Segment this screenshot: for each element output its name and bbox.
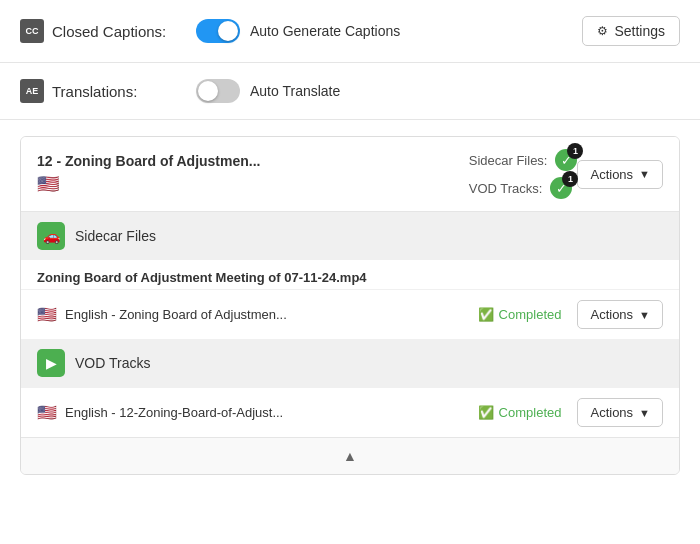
vod-file-name: English - 12-Zoning-Board-of-Adjust... — [65, 405, 283, 420]
sidecar-file-row: 🇺🇸 English - Zoning Board of Adjustmen..… — [21, 289, 679, 339]
vod-play-icon: ▶ — [46, 355, 57, 371]
card-title-block: 12 - Zoning Board of Adjustmen... 🇺🇸 — [37, 153, 449, 195]
auto-translate-label: Auto Translate — [250, 83, 340, 99]
sidecar-car-icon: 🚗 — [43, 228, 60, 244]
sidecar-check-badge: ✓ 1 — [555, 149, 577, 171]
settings-button[interactable]: ⚙ Settings — [582, 16, 680, 46]
translations-section: AE Translations: Auto Translate — [0, 63, 700, 120]
closed-captions-section: CC Closed Captions: Auto Generate Captio… — [0, 0, 700, 63]
vod-check-badge: ✓ 1 — [550, 177, 572, 199]
vod-actions-chevron-icon: ▼ — [639, 407, 650, 419]
toggle-knob — [218, 21, 238, 41]
collapse-bar[interactable]: ▲ — [21, 437, 679, 474]
sidecar-files-label: Sidecar Files: — [469, 153, 548, 168]
actions-chevron-icon: ▼ — [639, 168, 650, 180]
translations-label: Translations: — [52, 83, 172, 100]
vod-file-info: 🇺🇸 English - 12-Zoning-Board-of-Adjust..… — [37, 403, 458, 422]
sidecar-section-divider: 🚗 Sidecar Files — [21, 212, 679, 260]
vod-section-label: VOD Tracks — [75, 355, 150, 371]
auto-generate-toggle-wrapper: Auto Generate Captions — [196, 19, 400, 43]
sidecar-section-icon: 🚗 — [37, 222, 65, 250]
auto-generate-label: Auto Generate Captions — [250, 23, 400, 39]
sidecar-actions-chevron-icon: ▼ — [639, 309, 650, 321]
cc-icon: CC — [20, 19, 44, 43]
closed-captions-label: Closed Captions: — [52, 23, 172, 40]
auto-generate-toggle[interactable] — [196, 19, 240, 43]
vod-actions-button[interactable]: Actions ▼ — [577, 398, 663, 427]
sidecar-status: ✅ Completed — [478, 307, 562, 322]
card-title: 12 - Zoning Board of Adjustmen... — [37, 153, 449, 169]
card-actions-button[interactable]: Actions ▼ — [577, 160, 663, 189]
meta-block: Sidecar Files: ✓ 1 VOD Tracks: ✓ 1 — [469, 149, 578, 199]
sidecar-section-label: Sidecar Files — [75, 228, 156, 244]
media-card: 12 - Zoning Board of Adjustmen... 🇺🇸 Sid… — [20, 136, 680, 475]
vod-section-icon: ▶ — [37, 349, 65, 377]
vod-row-flag: 🇺🇸 — [37, 403, 57, 422]
sidecar-file-info: 🇺🇸 English - Zoning Board of Adjustmen..… — [37, 305, 458, 324]
sidecar-file-name: English - Zoning Board of Adjustmen... — [65, 307, 287, 322]
sidecar-check-mark: ✅ — [478, 307, 494, 322]
vod-meta-row: VOD Tracks: ✓ 1 — [469, 177, 578, 199]
sidecar-count: 1 — [567, 143, 583, 159]
ae-icon: AE — [20, 79, 44, 103]
collapse-chevron-icon: ▲ — [343, 448, 357, 464]
vod-section-divider: ▶ VOD Tracks — [21, 339, 679, 387]
gear-icon: ⚙ — [597, 24, 608, 38]
vod-file-row: 🇺🇸 English - 12-Zoning-Board-of-Adjust..… — [21, 387, 679, 437]
file-subtitle: Zoning Board of Adjustment Meeting of 07… — [21, 260, 679, 289]
content-area: 12 - Zoning Board of Adjustmen... 🇺🇸 Sid… — [0, 120, 700, 491]
vod-status: ✅ Completed — [478, 405, 562, 420]
vod-check-mark: ✅ — [478, 405, 494, 420]
card-flag: 🇺🇸 — [37, 174, 59, 194]
card-header: 12 - Zoning Board of Adjustmen... 🇺🇸 Sid… — [21, 137, 679, 212]
translate-toggle-knob — [198, 81, 218, 101]
auto-translate-toggle-wrapper: Auto Translate — [196, 79, 340, 103]
auto-translate-toggle[interactable] — [196, 79, 240, 103]
sidecar-actions-button[interactable]: Actions ▼ — [577, 300, 663, 329]
sidecar-meta-row: Sidecar Files: ✓ 1 — [469, 149, 578, 171]
vod-tracks-label: VOD Tracks: — [469, 181, 543, 196]
sidecar-row-flag: 🇺🇸 — [37, 305, 57, 324]
vod-count: 1 — [562, 171, 578, 187]
